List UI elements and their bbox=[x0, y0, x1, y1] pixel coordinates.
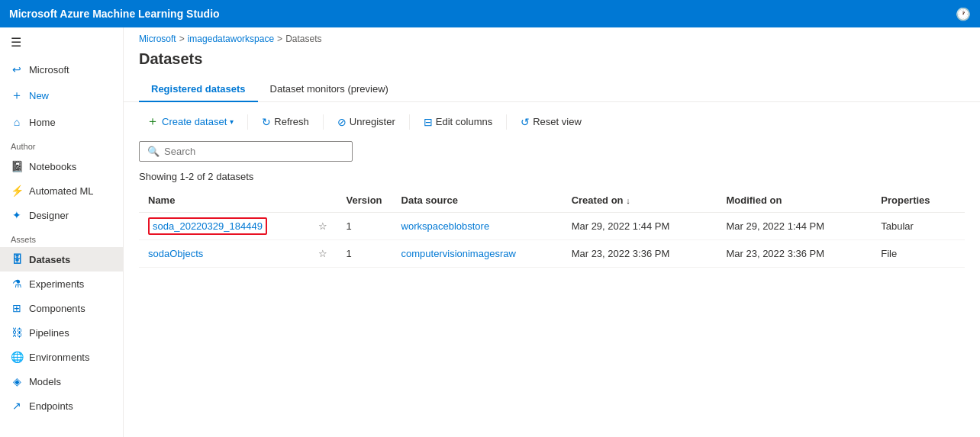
table-row: soda_20220329_184449 ☆ 1 workspaceblobst… bbox=[139, 213, 965, 240]
back-icon: ↩ bbox=[11, 63, 23, 76]
sidebar-environments-label: Environments bbox=[29, 352, 89, 363]
create-dataset-button[interactable]: ＋ Create dataset ▾ bbox=[139, 110, 241, 133]
col-header-datasource[interactable]: Data source bbox=[392, 188, 563, 213]
sidebar-item-new[interactable]: ＋ New bbox=[0, 82, 123, 110]
sidebar-components-label: Components bbox=[29, 303, 85, 314]
search-container: 🔍 bbox=[124, 141, 980, 168]
col-header-created[interactable]: Created on ↓ bbox=[563, 188, 717, 213]
row1-datasource-cell[interactable]: workspaceblobstore bbox=[392, 213, 563, 240]
sidebar-notebooks-label: Notebooks bbox=[29, 161, 76, 172]
sidebar-item-datasets[interactable]: 🗄 Datasets bbox=[0, 247, 123, 272]
clock-icon: 🕐 bbox=[956, 7, 971, 21]
count-text: Showing 1-2 of 2 datasets bbox=[124, 168, 980, 188]
table-container: Name Version Data source Created on ↓ bbox=[124, 188, 980, 437]
designer-icon: ✦ bbox=[11, 209, 23, 221]
sidebar-item-notebooks[interactable]: 📓 Notebooks bbox=[0, 154, 123, 178]
breadcrumb-sep1: > bbox=[179, 34, 185, 44]
row1-modified-cell: Mar 29, 2022 1:44 PM bbox=[717, 213, 872, 240]
toolbar-divider-3 bbox=[409, 114, 410, 130]
search-input[interactable] bbox=[164, 146, 344, 157]
app-title: Microsoft Azure Machine Learning Studio bbox=[9, 8, 220, 20]
row1-star-icon[interactable]: ☆ bbox=[318, 220, 327, 232]
sidebar-item-components[interactable]: ⊞ Components bbox=[0, 296, 123, 320]
row2-star-icon[interactable]: ☆ bbox=[318, 248, 327, 259]
row1-version-cell: 1 bbox=[337, 213, 392, 240]
assets-section-label: Assets bbox=[0, 227, 123, 247]
col-header-properties[interactable]: Properties bbox=[872, 188, 965, 213]
row1-created-cell: Mar 29, 2022 1:44 PM bbox=[563, 213, 717, 240]
sidebar-item-automated-ml[interactable]: ⚡ Automated ML bbox=[0, 178, 123, 203]
row2-created-cell: Mar 23, 2022 3:36 PM bbox=[563, 240, 717, 268]
plus-icon: ＋ bbox=[11, 88, 23, 104]
sidebar-datasets-label: Datasets bbox=[29, 254, 70, 265]
sidebar-item-experiments[interactable]: ⚗ Experiments bbox=[0, 272, 123, 296]
sidebar-designer-label: Designer bbox=[29, 210, 69, 221]
content-area: Microsoft > imagedataworkspace > Dataset… bbox=[124, 27, 980, 437]
search-box[interactable]: 🔍 bbox=[139, 141, 353, 162]
sidebar-item-designer[interactable]: ✦ Designer bbox=[0, 203, 123, 227]
sidebar-item-pipelines[interactable]: ⛓ Pipelines bbox=[0, 320, 123, 345]
row1-name-cell: soda_20220329_184449 bbox=[139, 213, 309, 240]
row1-fav-cell: ☆ bbox=[309, 213, 337, 240]
sidebar-endpoints-label: Endpoints bbox=[29, 400, 73, 412]
pipelines-icon: ⛓ bbox=[11, 326, 23, 339]
sidebar-pipelines-label: Pipelines bbox=[29, 327, 69, 339]
sidebar-item-environments[interactable]: 🌐 Environments bbox=[0, 345, 123, 369]
sidebar-new-label: New bbox=[29, 90, 49, 101]
main-layout: ☰ ↩ Microsoft ＋ New ⌂ Home Author 📓 Note… bbox=[0, 27, 980, 437]
tab-dataset-monitors[interactable]: Dataset monitors (preview) bbox=[258, 77, 401, 102]
environments-icon: 🌐 bbox=[11, 351, 23, 363]
col-header-name[interactable]: Name bbox=[139, 188, 309, 213]
sidebar-item-models[interactable]: ◈ Models bbox=[0, 369, 123, 394]
chevron-down-icon: ▾ bbox=[230, 117, 234, 126]
refresh-icon: ↻ bbox=[262, 116, 271, 128]
refresh-button[interactable]: ↻ Refresh bbox=[254, 112, 317, 132]
sidebar-item-microsoft[interactable]: ↩ Microsoft bbox=[0, 57, 123, 82]
experiments-icon: ⚗ bbox=[11, 278, 23, 290]
row2-name-cell: sodaObjects bbox=[139, 240, 309, 268]
row1-properties-cell: Tabular bbox=[872, 213, 965, 240]
sidebar-automated-ml-label: Automated ML bbox=[29, 185, 94, 197]
hamburger-button[interactable]: ☰ bbox=[0, 27, 123, 57]
col-header-fav bbox=[309, 188, 337, 213]
edit-columns-button[interactable]: ⊟ Edit columns bbox=[416, 112, 500, 132]
col-header-version[interactable]: Version bbox=[337, 188, 392, 213]
breadcrumb-sep2: > bbox=[277, 34, 282, 44]
sidebar: ☰ ↩ Microsoft ＋ New ⌂ Home Author 📓 Note… bbox=[0, 27, 124, 437]
row2-version-cell: 1 bbox=[337, 240, 392, 268]
reset-view-button[interactable]: ↺ Reset view bbox=[513, 112, 589, 132]
row2-properties-cell: File bbox=[872, 240, 965, 268]
breadcrumb-workspace[interactable]: imagedataworkspace bbox=[188, 34, 274, 44]
home-icon: ⌂ bbox=[11, 116, 23, 128]
plus-create-icon: ＋ bbox=[147, 114, 159, 130]
author-section-label: Author bbox=[0, 134, 123, 154]
toolbar-divider-1 bbox=[247, 114, 248, 130]
page-title: Datasets bbox=[124, 47, 980, 77]
tab-registered-datasets[interactable]: Registered datasets bbox=[139, 77, 258, 102]
toolbar-divider-2 bbox=[323, 114, 324, 130]
row1-name-link[interactable]: soda_20220329_184449 bbox=[148, 217, 267, 235]
sidebar-models-label: Models bbox=[29, 376, 61, 387]
col-header-modified[interactable]: Modified on bbox=[717, 188, 872, 213]
datasets-icon: 🗄 bbox=[11, 253, 23, 265]
unregister-button[interactable]: ⊘ Unregister bbox=[330, 112, 403, 132]
sort-icon-created: ↓ bbox=[626, 196, 630, 205]
sidebar-experiments-label: Experiments bbox=[29, 278, 84, 290]
row2-datasource-cell[interactable]: computervisionimagesraw bbox=[392, 240, 563, 268]
search-icon: 🔍 bbox=[147, 146, 160, 157]
unregister-icon: ⊘ bbox=[337, 116, 347, 128]
reset-view-icon: ↺ bbox=[521, 116, 530, 128]
components-icon: ⊞ bbox=[11, 302, 23, 314]
row2-name-link[interactable]: sodaObjects bbox=[148, 248, 203, 259]
breadcrumb-microsoft[interactable]: Microsoft bbox=[139, 34, 176, 44]
automated-ml-icon: ⚡ bbox=[11, 185, 23, 197]
row2-modified-cell: Mar 23, 2022 3:36 PM bbox=[717, 240, 872, 268]
datasets-table: Name Version Data source Created on ↓ bbox=[139, 188, 965, 268]
sidebar-item-home[interactable]: ⌂ Home bbox=[0, 110, 123, 134]
sidebar-item-endpoints[interactable]: ↗ Endpoints bbox=[0, 394, 123, 418]
breadcrumb: Microsoft > imagedataworkspace > Dataset… bbox=[124, 27, 980, 47]
row2-fav-cell: ☆ bbox=[309, 240, 337, 268]
sidebar-home-label: Home bbox=[29, 117, 56, 128]
edit-columns-icon: ⊟ bbox=[424, 116, 433, 128]
models-icon: ◈ bbox=[11, 375, 23, 387]
